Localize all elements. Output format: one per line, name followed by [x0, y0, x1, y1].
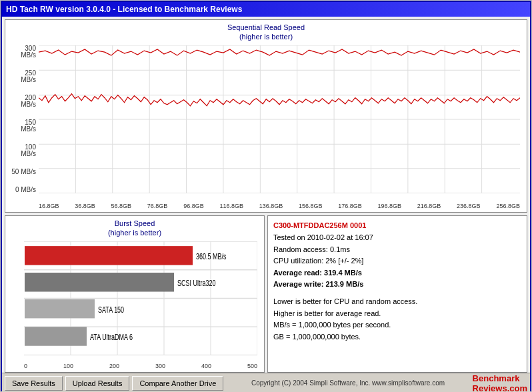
note1: Lower is better for CPU and random acces…: [273, 296, 521, 308]
burst-y-axis: [5, 241, 24, 355]
burst-chart: Burst Speed (higher is better): [5, 215, 265, 373]
save-results-button[interactable]: Save Results: [5, 376, 63, 391]
svg-rect-31: [25, 273, 174, 292]
main-window: HD Tach RW version 3.0.4.0 - Licensed to…: [1, 1, 531, 391]
seq-y-axis: 0 MB/s 50 MB/s 100 MB/s 150 MB/s 200 MB/…: [5, 45, 39, 193]
info-panel: C300-MTFDDAC256M 0001 Tested on 2010-02-…: [267, 215, 527, 373]
svg-rect-29: [25, 246, 193, 265]
svg-text:360.5 MB/s: 360.5 MB/s: [196, 251, 227, 261]
svg-rect-35: [25, 327, 87, 346]
sequential-chart: Sequential Read Speed (higher is better)…: [5, 19, 527, 213]
title-bar: HD Tach RW version 3.0.4.0 - Licensed to…: [2, 2, 530, 17]
avg-write: Average write: 213.9 MB/s: [273, 279, 521, 291]
window-title: HD Tach RW version 3.0.4.0 - Licensed to…: [6, 5, 242, 14]
seq-chart-svg: [39, 45, 520, 193]
svg-text:ATA UltraDMA 6: ATA UltraDMA 6: [90, 333, 133, 342]
main-content: Sequential Read Speed (higher is better)…: [2, 17, 530, 392]
svg-rect-33: [25, 299, 95, 319]
burst-x-axis: 0 100 200 300 400 500: [24, 363, 257, 369]
burst-chart-svg: 360.5 MB/s SCSI Ultra320 SATA 150 ATA Ul…: [24, 241, 257, 355]
copyright-text: Copyright (C) 2004 Simpli Software, Inc.…: [223, 379, 472, 387]
svg-text:SATA 150: SATA 150: [98, 305, 124, 314]
avg-read: Average read: 319.4 MB/s: [273, 267, 521, 279]
drive-id: C300-MTFDDAC256M 0001: [273, 221, 521, 229]
cpu-util: CPU utilization: 2% [+/- 2%]: [273, 255, 521, 267]
bottom-section: Burst Speed (higher is better): [5, 215, 527, 373]
svg-text:SCSI Ultra320: SCSI Ultra320: [177, 278, 215, 287]
burst-bars-area: 360.5 MB/s SCSI Ultra320 SATA 150 ATA Ul…: [24, 241, 257, 355]
tested-on: Tested on 2010-02-02 at 16:07: [273, 232, 521, 244]
burst-chart-title: Burst Speed (higher is better): [5, 216, 264, 238]
seq-chart-title: Sequential Read Speed (higher is better): [5, 20, 527, 42]
compare-drive-button[interactable]: Compare Another Drive: [132, 376, 223, 391]
upload-results-button[interactable]: Upload Results: [65, 376, 130, 391]
random-access: Random access: 0.1ms: [273, 244, 521, 256]
seq-x-axis: 16.8GB 36.8GB 56.8GB 76.8GB 96.8GB 116.8…: [39, 203, 520, 209]
seq-chart-area: [39, 45, 520, 193]
note2: Higher is better for average read.: [273, 308, 521, 320]
footer: Save Results Upload Results Compare Anot…: [2, 373, 530, 392]
note4: GB = 1,000,000,000 bytes.: [273, 331, 521, 343]
note3: MB/s = 1,000,000 bytes per second.: [273, 319, 521, 331]
benchmark-logo: Benchmark Reviews.com: [473, 373, 527, 393]
footer-buttons: Save Results Upload Results Compare Anot…: [5, 376, 223, 391]
